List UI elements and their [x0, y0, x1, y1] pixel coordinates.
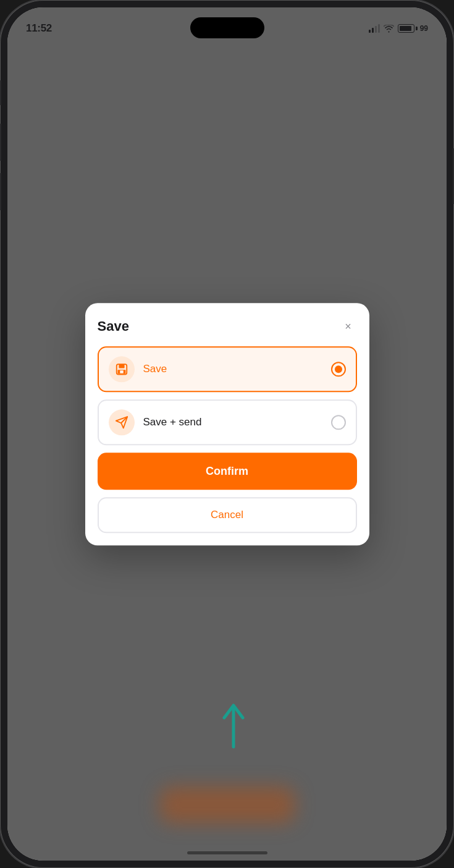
- dynamic-island: [190, 17, 264, 38]
- volume-up-button: [0, 124, 1, 161]
- wifi-icon: [384, 25, 394, 33]
- save-icon: [115, 362, 128, 376]
- cancel-button[interactable]: Cancel: [98, 497, 357, 533]
- svg-rect-3: [120, 370, 124, 373]
- phone-screen: 11:52: [7, 7, 447, 861]
- close-button[interactable]: ×: [340, 318, 357, 335]
- save-modal: Save × Save: [85, 303, 369, 545]
- battery-icon: 99: [398, 24, 428, 33]
- save-icon-wrapper: [109, 356, 135, 382]
- status-time: 11:52: [26, 22, 52, 35]
- option-save-send-label: Save + send: [143, 416, 331, 428]
- modal-header: Save ×: [98, 318, 357, 335]
- send-icon: [115, 415, 128, 429]
- status-icons: 99: [369, 24, 428, 33]
- option-save-label: Save: [143, 363, 331, 375]
- silent-switch: [0, 80, 1, 105]
- save-radio[interactable]: [331, 362, 346, 377]
- svg-rect-1: [119, 364, 124, 368]
- phone-frame: 11:52: [0, 0, 454, 868]
- option-save-send[interactable]: Save + send: [98, 399, 357, 445]
- confirm-button[interactable]: Confirm: [98, 453, 357, 490]
- modal-title: Save: [98, 318, 129, 334]
- volume-down-button: [0, 173, 1, 210]
- option-save[interactable]: Save: [98, 346, 357, 392]
- battery-level: 99: [420, 24, 428, 33]
- save-send-radio[interactable]: [331, 415, 346, 430]
- send-icon-wrapper: [109, 409, 135, 435]
- home-indicator: [187, 851, 267, 854]
- save-radio-fill: [335, 365, 342, 373]
- bottom-decoration: [159, 786, 295, 823]
- signal-icon: [369, 24, 380, 33]
